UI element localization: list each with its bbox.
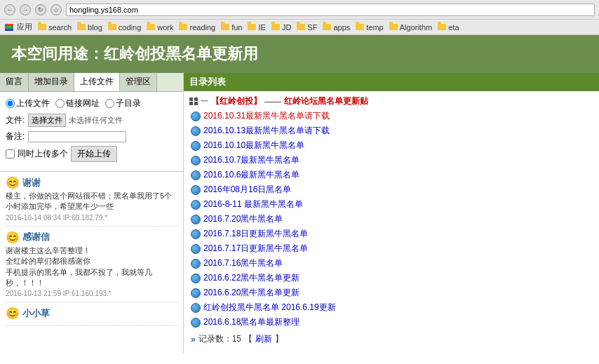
bookmark-temp[interactable]: temp xyxy=(354,22,385,32)
tab-manage[interactable]: 管理区 xyxy=(120,73,157,91)
refresh-button[interactable]: ↻ xyxy=(35,4,46,15)
bookmark-sf[interactable]: SF xyxy=(295,22,319,32)
dir-item-link[interactable]: 2016年08月16日黑名单 xyxy=(203,184,291,196)
smiley-icon: 😊 xyxy=(6,306,20,320)
address-bar[interactable] xyxy=(66,4,595,16)
dir-item-link[interactable]: 2016-8-11 最新黑牛黑名单 xyxy=(203,198,303,210)
bookmark-label: apps xyxy=(333,23,350,32)
bookmark-label: Algorithm xyxy=(400,23,432,32)
dir-item: 2016.7.17日更新黑牛黑名单 xyxy=(189,242,593,255)
bookmarks-bar: 应用 search blog coding work reading fun I… xyxy=(0,20,599,35)
bookmark-fun[interactable]: fun xyxy=(219,22,244,32)
bookmark-reading[interactable]: reading xyxy=(177,22,217,32)
folder-icon xyxy=(77,24,86,30)
record-count: 记录数：15 xyxy=(198,333,241,345)
bookmark-jd[interactable]: JD xyxy=(269,22,293,32)
dir-item: 2016.10.6最新黑牛黑名单 xyxy=(189,168,593,182)
choose-file-button[interactable]: 选择文件 xyxy=(28,114,66,127)
bookmark-apps[interactable]: apps xyxy=(321,22,352,32)
dir-item-link[interactable]: 2016.7.17日更新黑牛黑名单 xyxy=(203,243,308,255)
tab-message[interactable]: 留言 xyxy=(0,73,29,91)
dir-link-1[interactable]: 【红岭创投】 xyxy=(211,95,262,107)
dir-count-row: » 记录数：15 【 刷新 】 xyxy=(189,330,593,348)
globe-icon xyxy=(191,244,201,254)
comment-section: 😊 谢谢 楼主，你做的这个网站很不错；黑名单我用了5个小时添加完毕，希望黑牛少一… xyxy=(0,172,183,335)
bookmark-ie[interactable]: IE xyxy=(245,22,267,32)
comment-item: 😊 谢谢 楼主，你做的这个网站很不错；黑名单我用了5个小时添加完毕，希望黑牛少一… xyxy=(6,176,177,227)
bookmark-label: SF xyxy=(307,23,317,32)
directory-list: 一 【红岭创投】 —— 红岭论坛黑名单更新贴 2016.10.31最新黑牛黑名单… xyxy=(184,91,599,352)
multi-upload-label: 同时上传多个 xyxy=(18,148,68,160)
folder-icon xyxy=(179,24,187,30)
note-label: 备注: xyxy=(6,130,25,142)
bookmark-label: eta xyxy=(448,23,459,32)
comment-header: 😊 谢谢 xyxy=(6,176,177,189)
comment-name: 感谢信 xyxy=(22,231,50,243)
right-panel: 目录列表 一 【红岭创投】 —— 红岭论坛黑名单更新贴 2016.10.31最新… xyxy=(184,73,599,353)
folder-icon xyxy=(271,24,280,30)
page-header: 本空间用途：红岭创投黑名单更新用 xyxy=(0,35,599,73)
dir-item: 2016-8-11 最新黑牛黑名单 xyxy=(189,198,593,211)
comment-text: 谢谢楼主这么辛苦整理！全红岭的草们都很感谢你手机提示的黑名单，我都不投了，我就等… xyxy=(6,245,177,289)
bookmark-blog[interactable]: blog xyxy=(75,22,105,32)
directory-list-header: 目录列表 xyxy=(184,73,599,91)
dir-item: 2016.10.7最新黑牛黑名单 xyxy=(189,154,593,167)
bookmark-search[interactable]: search xyxy=(36,22,74,32)
dir-item-link[interactable]: 2016.7.18日更新黑牛黑名单 xyxy=(203,228,308,240)
bookmark-label: blog xyxy=(88,23,102,32)
dir-item-link[interactable]: 2016.6.22黑牛黑名单更新 xyxy=(203,272,300,284)
dir-item-link[interactable]: 2016.10.7最新黑牛黑名单 xyxy=(203,154,300,166)
no-file-text: 未选择任何文件 xyxy=(69,115,123,126)
dir-item-link[interactable]: 2016.6.18黑名单最新整理 xyxy=(203,316,300,328)
dir-item-link[interactable]: 2016.10.31最新黑牛黑名单请下载 xyxy=(203,110,330,122)
radio-subdir[interactable]: 子目录 xyxy=(105,97,141,109)
dir-item-link[interactable]: 2016.10.13最新黑牛黑名单请下载 xyxy=(203,125,330,137)
globe-icon xyxy=(191,274,201,283)
folder-icon xyxy=(108,24,116,30)
dir-item-link[interactable]: 2016.7.20黑牛黑名单 xyxy=(203,213,283,225)
bookmark-eta[interactable]: eta xyxy=(436,22,461,32)
home-button[interactable]: ⌂ xyxy=(51,4,62,15)
comment-item: 😊 小小草 xyxy=(6,306,177,326)
dir-item: 2016.6.20黑牛黑名单更新 xyxy=(189,286,593,299)
comment-item: 😊 感谢信 谢谢楼主这么辛苦整理！全红岭的草们都很感谢你手机提示的黑名单，我都不… xyxy=(6,231,177,303)
globe-icon xyxy=(191,141,201,151)
radio-link-url[interactable]: 链接网址 xyxy=(55,97,100,109)
dir-item-link[interactable]: 2016.10.6最新黑牛黑名单 xyxy=(203,169,300,181)
folder-icon xyxy=(248,24,256,30)
dir-item-link[interactable]: 2016.7.16黑牛黑名单 xyxy=(203,257,283,269)
multi-upload-checkbox[interactable] xyxy=(6,149,15,159)
dir-item-link[interactable]: 2016.6.20黑牛黑名单更新 xyxy=(203,287,300,299)
tab-upload-file[interactable]: 上传文件 xyxy=(74,73,120,91)
file-label: 文件: xyxy=(6,114,25,126)
dir-item-link[interactable]: 2016.10.10最新黑牛黑名单 xyxy=(203,140,304,151)
bookmark-coding[interactable]: coding xyxy=(106,22,143,32)
comment-text: 楼主，你做的这个网站很不错；黑名单我用了5个小时添加完毕，希望黑牛少一些 xyxy=(6,191,177,213)
dir-item: 2016.10.31最新黑牛黑名单请下载 xyxy=(189,109,593,123)
forward-button[interactable]: → xyxy=(20,4,31,15)
folder-icon xyxy=(356,24,364,30)
globe-icon xyxy=(191,229,201,239)
main-area: 留言 增加目录 上传文件 管理区 上传文件 链接网址 xyxy=(0,73,599,353)
comment-name: 谢谢 xyxy=(22,177,41,189)
bookmark-algorithm[interactable]: Algorithm xyxy=(387,22,434,32)
bookmark-label: search xyxy=(48,23,72,32)
bookmark-work[interactable]: work xyxy=(144,22,175,32)
globe-icon xyxy=(191,170,201,180)
dir-item-link[interactable]: 红岭创投黑牛黑名单 2016.6.19更新 xyxy=(203,302,336,314)
back-button[interactable]: ← xyxy=(4,4,15,15)
bookmark-label: JD xyxy=(282,23,291,32)
bookmark-label: coding xyxy=(119,23,141,32)
start-upload-button[interactable]: 开始上传 xyxy=(71,146,117,162)
bookmark-label: work xyxy=(157,23,173,32)
dir-link-2[interactable]: 红岭论坛黑名单更新贴 xyxy=(284,95,368,107)
refresh-link[interactable]: 刷新 xyxy=(255,333,272,345)
count-arrow: » xyxy=(191,335,196,344)
note-input[interactable] xyxy=(28,131,126,142)
radio-upload-file[interactable]: 上传文件 xyxy=(6,97,50,109)
folder-icon xyxy=(389,24,398,30)
bookmarks-apps-label: 应用 xyxy=(3,21,34,33)
globe-icon xyxy=(191,112,201,121)
tab-add-dir[interactable]: 增加目录 xyxy=(29,73,74,91)
dir-item: 2016.10.13最新黑牛黑名单请下载 xyxy=(189,124,593,137)
